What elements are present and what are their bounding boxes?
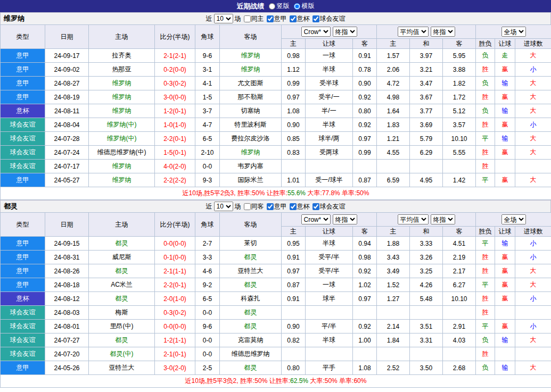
goals-result: 小 [515, 292, 551, 306]
filter-checkbox-input[interactable] [267, 203, 274, 210]
euro-away-odds: 2.17 [443, 264, 476, 278]
asian-handicap: 半/一 [306, 104, 353, 118]
home-team: 维罗纳 [89, 90, 155, 104]
filter-checkbox-input[interactable] [244, 15, 251, 22]
filter-checkbox-input[interactable] [312, 15, 319, 22]
team-header: 都灵 近 10 场 同客意甲意杯球会友谊 [0, 200, 551, 212]
match-corners: 2-10 [195, 146, 220, 160]
match-date: 24-05-26 [45, 361, 89, 375]
match-score: 1-0(1-0) [155, 118, 195, 132]
away-team: 莱切 [220, 237, 282, 251]
result-scope-select[interactable]: 全场 [501, 27, 526, 37]
euro-source-select[interactable]: 平均值 [398, 27, 429, 37]
asian-home-odds: 0.91 [282, 251, 306, 264]
euro-home-odds [377, 160, 410, 173]
euro-draw-odds: 4.26 [410, 278, 443, 292]
match-corners: 3-3 [195, 251, 220, 264]
home-team: 维罗纳(中) [89, 132, 155, 146]
match-score: 2-0(1-0) [155, 292, 195, 306]
filter-checkbox-3[interactable]: 球会友谊 [312, 202, 346, 211]
filter-checkboxes: 同客意甲意杯球会友谊 [244, 202, 346, 211]
handicap-result: 赢 [495, 251, 515, 264]
euro-draw-odds: 3.51 [410, 320, 443, 333]
summary-row: 近10场,胜5平2负3, 胜率:50% 让胜率:55.6% 大率:77.8% 单… [1, 187, 551, 200]
euro-draw-odds: 3.26 [410, 251, 443, 264]
filter-checkbox-1[interactable]: 意甲 [267, 202, 287, 211]
subcol-asian-handicap: 让球 [306, 227, 353, 237]
result-scope-select[interactable]: 全场 [501, 214, 526, 224]
filter-checkbox-2[interactable]: 意杯 [290, 202, 310, 211]
asian-handicap: 球半/两 [306, 132, 353, 146]
goals-result: 大 [515, 90, 551, 104]
filter-checkbox-input[interactable] [267, 15, 274, 22]
home-team: 热那亚 [89, 63, 155, 77]
euro-away-odds: 3.57 [443, 118, 476, 132]
asian-home-odds: 0.85 [282, 132, 306, 146]
asian-away-odds [353, 306, 377, 320]
match-score: 1-2(1-1) [155, 333, 195, 347]
away-team: 都灵 [220, 251, 282, 264]
asian-home-odds: 0.99 [282, 77, 306, 90]
filter-checkbox-input[interactable] [290, 15, 297, 22]
match-date: 24-08-27 [45, 77, 89, 90]
euro-draw-odds: 3.50 [410, 361, 443, 375]
match-type: 意杯 [1, 292, 45, 306]
match-count-select[interactable]: 10 [214, 202, 233, 211]
asian-final-select[interactable]: 终指 [333, 214, 357, 224]
handicap-result: 赢 [495, 278, 515, 292]
euro-final-select[interactable]: 终指 [431, 214, 455, 224]
layout-option-horizontal[interactable]: 横版 [294, 2, 315, 11]
handicap-result: 赢 [495, 90, 515, 104]
asian-final-select[interactable]: 终指 [333, 27, 357, 37]
layout-option-vertical[interactable]: 竖版 [269, 2, 290, 11]
match-count-select[interactable]: 10 [214, 14, 233, 23]
asian-source-select[interactable]: Crow* [301, 214, 331, 224]
outcome-result: 胜 [476, 306, 495, 320]
match-row: 球会友谊24-07-20都灵(中)2-1(0-1)0-0维德思维罗纳胜 [1, 347, 551, 361]
horizontal-layout-label: 横版 [302, 2, 315, 11]
euro-away-odds: 5.12 [443, 104, 476, 118]
match-type: 球会友谊 [1, 333, 45, 347]
euro-draw-odds: 3.21 [410, 63, 443, 77]
summary-part: 62.5% [290, 377, 308, 385]
handicap-result: 输 [495, 361, 515, 375]
asian-home-odds: 1.12 [282, 63, 306, 77]
asian-source-select[interactable]: Crow* [301, 27, 331, 37]
handicap-result: 输 [495, 237, 515, 251]
filter-checkbox-3[interactable]: 球会友谊 [312, 14, 346, 23]
home-team: 维罗纳 [89, 173, 155, 187]
home-team: AC米兰 [89, 278, 155, 292]
filter-checkbox-input[interactable] [244, 203, 251, 210]
match-corners: 9-6 [195, 320, 220, 333]
filter-checkbox-input[interactable] [312, 203, 319, 210]
match-score: 3-0(2-0) [155, 361, 195, 375]
match-date: 24-07-28 [45, 132, 89, 146]
filter-checkbox-0[interactable]: 同客 [244, 202, 264, 211]
col-header-corners: 角球 [195, 213, 220, 237]
filter-checkbox-0[interactable]: 同主 [244, 14, 264, 23]
match-date: 24-09-15 [45, 237, 89, 251]
match-date: 24-08-11 [45, 104, 89, 118]
horizontal-layout-radio[interactable] [294, 3, 300, 10]
euro-home-odds: 2.14 [377, 320, 410, 333]
asian-away-odds: 0.92 [353, 320, 377, 333]
match-score: 3-0(0-0) [155, 90, 195, 104]
col-header-date: 日期 [45, 25, 89, 49]
away-team: 都灵 [220, 361, 282, 375]
page-title: 近期战绩 [237, 2, 265, 11]
match-date: 24-07-24 [45, 146, 89, 160]
asian-away-odds: 0.92 [353, 264, 377, 278]
outcome-result: 负 [476, 333, 495, 347]
vertical-layout-radio[interactable] [269, 3, 275, 10]
goals-result: 大 [515, 132, 551, 146]
goals-result: 大 [515, 264, 551, 278]
filter-checkbox-2[interactable]: 意杯 [290, 14, 310, 23]
euro-home-odds: 2.06 [377, 63, 410, 77]
home-team: 维罗纳 [89, 77, 155, 90]
filter-checkbox-input[interactable] [290, 203, 297, 210]
filter-checkbox-1[interactable]: 意甲 [267, 14, 287, 23]
goals-result: 小 [515, 251, 551, 264]
euro-source-select[interactable]: 平均值 [398, 214, 429, 224]
match-corners: 9-6 [195, 49, 220, 63]
euro-final-select[interactable]: 终指 [431, 27, 455, 37]
